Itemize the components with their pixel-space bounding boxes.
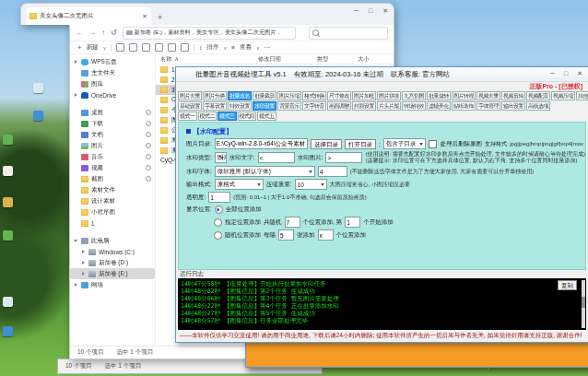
tab-row2-4[interactable]: 背景音乐 [277,101,301,111]
paste-icon[interactable] [142,43,150,52]
chevron-right-icon[interactable] [73,59,78,65]
tab-row1-14[interactable]: 视频配音 [526,91,550,100]
sidebar-item[interactable]: 文档 [70,129,155,140]
sidebar-item[interactable]: 小程序图 [70,206,155,217]
tab-row2-2[interactable]: 特效设置 [228,101,252,111]
mode-tab-0[interactable]: 模式一 [178,112,197,121]
tab-row2-14[interactable]: 高级选项 [526,101,550,111]
include-subdir-select[interactable]: 包含子目录 [383,138,427,149]
chevron-right-icon[interactable] [73,282,78,288]
watermark-type-select[interactable]: 图片水印 [215,152,227,163]
fixed-start-input[interactable] [345,217,360,228]
tab-row1-8[interactable]: 图片拼接 [377,91,401,100]
delete-icon[interactable] [181,43,189,52]
mode-tab-4[interactable]: 模式五 [257,112,276,121]
sidebar-item[interactable]: 截图 [70,173,155,184]
maximize-button[interactable]: □ [564,70,568,77]
tab-row2-7[interactable]: 封面设置 [352,101,376,111]
chevron-right-icon[interactable] [80,271,86,276]
close-button[interactable]: ✕ [577,70,582,77]
fixed-count-input[interactable] [285,217,300,228]
tab-row2-3[interactable]: 水印设置 [253,101,276,111]
open-dir-button[interactable]: 打开目录 [345,139,376,149]
tab-row1-16[interactable]: 其他工具 [576,91,588,100]
breadcrumb-segment[interactable]: 美女头像二次元图片 [225,29,276,37]
tab-row1-3[interactable]: 批量裁剪 [253,91,276,100]
breadcrumb-segment[interactable]: 美女专区 [196,29,219,37]
tab-row2-5[interactable]: 文字转音 [302,101,326,111]
tab-row1-7[interactable]: 图片加框 [352,91,376,100]
tab-row1-10[interactable]: 批量旋转 [427,91,451,100]
sort-button[interactable]: 排序 [207,43,219,52]
forward-icon[interactable]: → [88,29,96,37]
tab-row2-9[interactable]: 转场特效 [402,101,426,111]
desktop-icon[interactable] [3,135,13,145]
sidebar-item[interactable]: 下载 [70,118,155,129]
tab-row2-0[interactable]: 基础设置 [178,101,202,111]
console-scrollbar[interactable] [582,280,585,328]
sidebar-item[interactable]: 新加卷 (E:) [70,268,155,279]
share-icon[interactable] [168,43,176,52]
close-button[interactable]: ✕ [382,7,388,15]
tab-row1-6[interactable]: 尺寸修改 [327,91,351,100]
tab-row2-13[interactable]: 输出设置 [501,101,525,111]
tab-row2-6[interactable]: 画面调整 [327,101,351,111]
tab-row1-2[interactable]: 批量改名 [228,91,252,100]
chevron-right-icon[interactable] [80,260,86,265]
new-icon[interactable]: + [77,43,82,52]
tab-row1-4[interactable]: 图片压缩 [277,91,301,100]
tab-row1-5[interactable]: 格式转换 [302,91,326,100]
tab-row2-1[interactable]: 字幕设置 [203,101,227,111]
breadcrumb-segment[interactable]: 新加卷 (E:) [135,29,162,37]
tab-row1-1[interactable]: 图片分类 [203,91,227,100]
rename-icon[interactable] [155,43,163,52]
copy-icon[interactable] [129,43,137,52]
sidebar-item[interactable]: Windows (C:) [70,246,155,257]
sidebar-item[interactable]: 素材文件 [70,184,155,195]
quality-select[interactable]: 10 [295,179,327,190]
sidebar-item[interactable]: WPS云盘 [70,56,155,67]
sidebar-item[interactable]: 图库 [70,78,155,89]
minimize-button[interactable]: ─ [550,70,555,77]
maximize-button[interactable]: □ [369,7,372,15]
tab-row1-9[interactable]: 九宫切图 [402,91,426,100]
all-position-radio[interactable] [215,206,223,214]
tab-row2-10[interactable]: 滤镜美化 [427,101,451,111]
tab-row1-13[interactable]: 视频剪辑 [501,91,525,100]
fixed-position-radio[interactable] [214,218,222,227]
mode-tab-3[interactable]: 模式四 [238,112,257,121]
column-size[interactable]: 大小 [358,55,387,64]
sidebar-item[interactable]: 视频 [70,162,155,173]
breadcrumb[interactable]: 新加卷 (E:)›素材资料›美女专区›美女头像二次元图片› [123,27,296,40]
delete-original-checkbox[interactable] [429,140,437,148]
sidebar-item[interactable]: 网络 [70,279,155,290]
tab-row2-12[interactable]: 字体管理 [476,101,500,111]
tab-row1-11[interactable]: 图片转视 [452,91,476,100]
column-name[interactable]: 名称 ∧ [160,55,258,64]
chevron-right-icon[interactable] [80,249,86,254]
watermark-image-input[interactable] [325,152,362,163]
tab-row1-12[interactable]: 视频去重 [476,91,500,100]
font-select[interactable]: 微软雅黑 (默认字体) [215,166,315,177]
view-button[interactable]: 查看 [240,43,252,52]
desktop-icon[interactable] [3,166,13,176]
watermark-text-input[interactable] [258,152,295,163]
sidebar-item[interactable]: 1 [70,217,155,229]
sidebar-item[interactable]: 音乐 [70,151,155,162]
close-tab-icon[interactable]: ✕ [142,13,147,20]
copy-log-button[interactable]: 复制 [558,280,577,290]
sidebar-item[interactable]: 设计素材 [70,195,155,206]
more-button[interactable]: ··· [265,44,271,51]
chevron-right-icon[interactable] [73,92,78,98]
choose-dir-button[interactable]: 选择目录 [311,139,342,149]
dir-input[interactable] [215,138,308,149]
sidebar-item[interactable]: 主文件夹 [70,67,155,78]
back-icon[interactable]: ← [76,29,83,37]
search-input[interactable] [309,27,388,40]
tab-row1-0[interactable]: 图片去重 [178,91,202,100]
font-size-input[interactable] [318,166,347,177]
column-date[interactable]: 修改日期 [258,55,317,64]
sidebar-item[interactable]: 此电脑 [70,235,155,246]
minimize-button[interactable]: ─ [354,7,359,15]
new-button[interactable]: 新建 [87,43,99,52]
